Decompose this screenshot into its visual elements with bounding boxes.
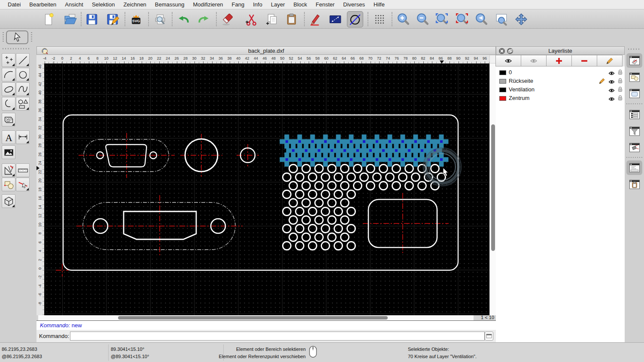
vent-hole[interactable] — [367, 182, 375, 190]
toolbar-copy-button[interactable] — [264, 11, 280, 27]
vent-hole[interactable] — [283, 242, 291, 250]
dock-blocklist-button[interactable] — [626, 70, 642, 84]
tool-solid-button[interactable] — [2, 194, 15, 208]
drawing-window-titlebar[interactable]: back_plate.dxf — [36, 46, 496, 55]
toolbar-cut-button[interactable] — [243, 11, 259, 27]
toolbar-handle[interactable] — [31, 32, 32, 42]
toolbar-print-preview-button[interactable] — [152, 11, 168, 27]
tool-block-button[interactable] — [2, 178, 15, 191]
vent-hole[interactable] — [341, 182, 349, 190]
vertical-scrollbar-thumb[interactable] — [491, 124, 495, 251]
selection-tool-button[interactable] — [6, 30, 28, 44]
vent-hole[interactable] — [380, 165, 388, 173]
vent-hole[interactable] — [347, 242, 355, 250]
vent-hole[interactable] — [341, 165, 349, 173]
menu-item-13[interactable]: Hilfe — [369, 0, 389, 9]
layer-toolbar-eye-grey-button[interactable] — [521, 55, 547, 66]
menu-item-11[interactable]: Fenster — [311, 0, 339, 9]
vent-hole[interactable] — [341, 216, 349, 224]
toolbar-save-as-button[interactable] — [104, 11, 121, 27]
layer-lock-icon[interactable] — [617, 95, 623, 103]
vent-hole[interactable] — [328, 216, 336, 224]
toolbar-svg-export-button[interactable]: SVG — [128, 11, 144, 27]
toolbar-grid-dots-button[interactable] — [371, 11, 388, 27]
vent-hole[interactable] — [309, 190, 317, 199]
vent-hole[interactable] — [315, 233, 323, 241]
vent-hole[interactable] — [354, 182, 362, 190]
toolbar-zoom-in-button[interactable] — [395, 11, 411, 27]
dock-handle[interactable] — [628, 48, 641, 50]
menu-item-9[interactable]: Layer — [267, 0, 289, 9]
toolbar-new-file-button[interactable] — [40, 11, 57, 27]
tool-image-button[interactable] — [2, 145, 15, 159]
vent-hole[interactable] — [309, 173, 317, 181]
vent-hole[interactable] — [302, 233, 310, 241]
vent-hole[interactable] — [334, 208, 343, 216]
vent-hole[interactable] — [315, 199, 323, 207]
layer-row[interactable]: Rückseite — [496, 77, 625, 85]
vent-hole[interactable] — [341, 199, 349, 207]
vent-hole[interactable] — [328, 165, 336, 173]
dock-clipboard-button[interactable] — [626, 177, 642, 192]
vent-hole[interactable] — [302, 216, 310, 224]
menu-item-1[interactable]: Bearbeiten — [25, 0, 61, 9]
toolbar-redo-button[interactable] — [195, 11, 212, 27]
vent-hole[interactable] — [322, 242, 330, 250]
dock-command-button[interactable] — [626, 160, 642, 175]
layer-visibility-icon[interactable] — [608, 87, 615, 94]
tool-polyline-button[interactable] — [2, 97, 15, 111]
vent-hole[interactable] — [315, 165, 323, 173]
menu-item-3[interactable]: Selektion — [88, 0, 119, 9]
vent-hole[interactable] — [392, 165, 401, 173]
tool-points-button[interactable] — [2, 53, 15, 67]
horizontal-scrollbar[interactable] — [38, 315, 474, 320]
layer-toolbar-plus-button[interactable] — [546, 55, 572, 66]
toolbar-zoom-window-button[interactable] — [493, 11, 510, 27]
toolbar-delete-button[interactable] — [219, 11, 236, 27]
vent-hole[interactable] — [392, 182, 401, 190]
vent-hole[interactable] — [322, 190, 330, 199]
layer-visibility-icon[interactable] — [608, 78, 615, 86]
toolbar-dimension-button[interactable] — [327, 11, 343, 27]
vent-hole[interactable] — [380, 182, 388, 190]
vent-hole[interactable] — [309, 225, 317, 233]
vent-hole[interactable] — [283, 173, 291, 181]
tool-misc-draw-button[interactable] — [2, 163, 15, 177]
command-input[interactable] — [70, 332, 485, 341]
vent-hole[interactable] — [296, 208, 304, 216]
layer-row[interactable]: Zentrum — [496, 94, 625, 103]
dock-library-button[interactable] — [626, 140, 642, 155]
vent-hole[interactable] — [315, 182, 323, 190]
tool-line-button[interactable] — [16, 53, 30, 67]
vent-hole[interactable] — [289, 165, 298, 173]
command-window-toggle-button[interactable] — [485, 332, 493, 341]
tool-select-line-button[interactable] — [16, 178, 30, 191]
vent-hole[interactable] — [296, 190, 304, 199]
layer-visibility-icon[interactable] — [608, 69, 615, 77]
tool-shapes-button[interactable] — [16, 97, 30, 111]
palette-handle[interactable] — [3, 48, 30, 49]
toolbar-zoom-out-button[interactable] — [414, 11, 431, 27]
vent-hole[interactable] — [412, 173, 420, 181]
vent-hole[interactable] — [309, 242, 317, 250]
tool-spline-button[interactable] — [16, 82, 30, 96]
vent-hole[interactable] — [328, 233, 336, 241]
vent-hole[interactable] — [296, 242, 304, 250]
layer-lock-icon[interactable] — [617, 78, 623, 85]
toolbar-undo-button[interactable] — [176, 11, 192, 27]
vent-hole[interactable] — [386, 173, 394, 181]
hdmi-connector[interactable] — [124, 211, 196, 239]
vent-hole[interactable] — [296, 225, 304, 233]
vent-hole[interactable] — [334, 173, 343, 181]
menu-item-12[interactable]: Diverses — [339, 0, 369, 9]
menu-item-8[interactable]: Info — [249, 0, 267, 9]
layer-visibility-icon[interactable] — [608, 95, 615, 103]
vent-hole[interactable] — [405, 182, 413, 190]
vent-hole[interactable] — [302, 165, 310, 173]
vent-hole[interactable] — [283, 190, 291, 199]
menu-item-5[interactable]: Bemassung — [151, 0, 189, 9]
vent-hole[interactable] — [289, 199, 298, 207]
vent-hole[interactable] — [347, 208, 355, 216]
vent-hole[interactable] — [334, 225, 343, 233]
toolbar-paste-button[interactable] — [283, 11, 300, 27]
